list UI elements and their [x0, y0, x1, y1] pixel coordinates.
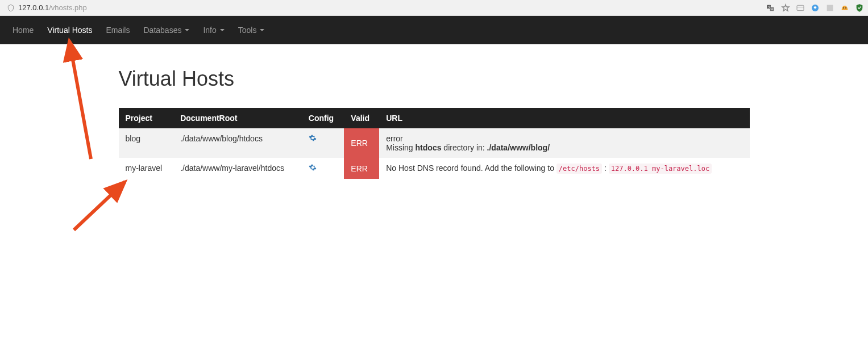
chevron-down-icon: [260, 29, 264, 31]
vhosts-table: Project DocumentRoot Config Valid URL bl…: [119, 108, 750, 179]
err-text-bold: htdocs: [416, 143, 442, 152]
table-header-row: Project DocumentRoot Config Valid URL: [119, 108, 750, 128]
annotation-arrow-1: [57, 34, 102, 165]
cell-url: No Host DNS record found. Add the follow…: [379, 158, 749, 179]
page-title: Virtual Hosts: [119, 67, 750, 91]
page-container: Virtual Hosts Project DocumentRoot Confi…: [110, 44, 758, 190]
extension-icon-4[interactable]: [840, 3, 850, 13]
nav-info[interactable]: Info: [196, 17, 231, 43]
code-snippet: /etc/hosts: [556, 164, 602, 174]
err-text: error: [386, 134, 403, 143]
main-navbar: Home Virtual Hosts Emails Databases Info…: [0, 16, 868, 44]
cell-docroot: ./data/www/my-laravel/htdocs: [173, 158, 302, 179]
extension-icon-3[interactable]: [825, 3, 835, 13]
nav-virtual-hosts[interactable]: Virtual Hosts: [40, 17, 99, 43]
cell-config: [302, 158, 344, 179]
gear-icon[interactable]: [309, 164, 317, 173]
col-valid: Valid: [344, 108, 379, 128]
nav-label: Emails: [106, 26, 130, 35]
url-host: 127.0.0.1: [18, 3, 49, 12]
nav-label: Home: [13, 26, 34, 35]
err-text: :: [602, 164, 609, 173]
cell-config: [302, 128, 344, 158]
err-text: Missing: [386, 143, 415, 152]
cell-docroot: ./data/www/blog/htdocs: [173, 128, 302, 158]
chevron-down-icon: [185, 29, 189, 31]
nav-label: Tools: [238, 26, 257, 35]
nav-tools[interactable]: Tools: [231, 17, 272, 43]
chevron-down-icon: [220, 29, 225, 31]
svg-rect-9: [827, 5, 833, 11]
nav-emails[interactable]: Emails: [99, 17, 136, 43]
url-display[interactable]: 127.0.0.1/vhosts.php: [18, 3, 87, 12]
adguard-icon[interactable]: [854, 3, 865, 13]
nav-label: Virtual Hosts: [47, 26, 92, 35]
shield-icon[interactable]: [7, 4, 15, 12]
cell-url: error Missing htdocs directory in: ./dat…: [379, 128, 749, 158]
table-row: blog ./data/www/blog/htdocs ERR error Mi…: [119, 128, 750, 158]
extension-icon-1[interactable]: [795, 3, 805, 13]
extension-icon-2[interactable]: [810, 3, 820, 13]
gear-icon[interactable]: [309, 135, 317, 144]
err-text: directory in:: [441, 143, 487, 152]
bookmark-star-icon[interactable]: [780, 3, 791, 13]
svg-line-12: [69, 41, 91, 159]
nav-databases[interactable]: Databases: [136, 17, 196, 43]
code-snippet: 127.0.0.1 my-laravel.loc: [609, 164, 712, 174]
svg-text:文: 文: [768, 5, 771, 9]
cell-project: my-laravel: [119, 158, 174, 179]
svg-marker-5: [782, 5, 789, 11]
cell-valid-err: ERR: [344, 158, 379, 179]
nav-label: Info: [203, 26, 216, 35]
translate-icon[interactable]: 文A: [766, 3, 776, 13]
err-text: No Host DNS record found. Add the follow…: [386, 164, 556, 173]
col-url: URL: [379, 108, 749, 128]
col-documentroot: DocumentRoot: [173, 108, 302, 128]
col-project: Project: [119, 108, 174, 128]
nav-home[interactable]: Home: [6, 17, 40, 43]
err-text-bold: ./data/www/blog/: [487, 143, 550, 152]
url-path: /vhosts.php: [49, 3, 87, 12]
svg-point-11: [845, 7, 846, 9]
nav-label: Databases: [143, 26, 181, 35]
cell-project: blog: [119, 128, 174, 158]
svg-rect-6: [797, 5, 804, 10]
svg-point-10: [843, 7, 844, 9]
table-row: my-laravel ./data/www/my-laravel/htdocs …: [119, 158, 750, 179]
col-config: Config: [302, 108, 344, 128]
browser-address-bar: 127.0.0.1/vhosts.php 文A: [0, 0, 868, 16]
cell-valid-err: ERR: [344, 128, 379, 158]
